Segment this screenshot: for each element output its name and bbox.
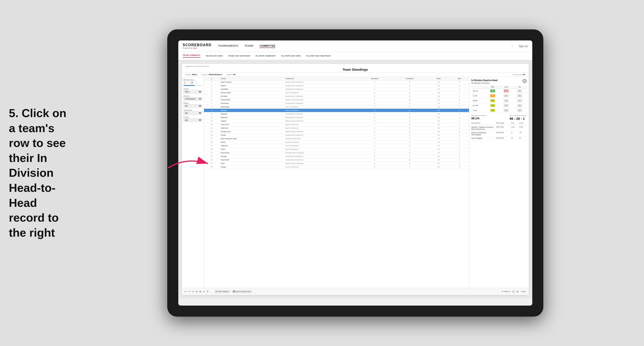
close-button[interactable]: ✕: [522, 79, 526, 83]
tournament-row: Cabo Collegiate Stroke Play 11 17: [472, 137, 526, 140]
table-row[interactable]: 21 New Mexico Mountain West Conference 1…: [204, 151, 469, 155]
h2h-wlt: W-L-T record in-division: 86 - 26 - 1: [510, 115, 526, 120]
sub-nav-player-summary[interactable]: PLAYER SUMMARY: [256, 55, 276, 57]
sidebar-min-rounds: Minimum Rou...: [184, 79, 202, 86]
h2h-header: In Division Head-to-Head University of A…: [472, 79, 526, 84]
sidebar-school-select[interactable]: (All): [184, 118, 202, 122]
h2h-row: 26-50 25 2 1: [472, 98, 526, 103]
table-row[interactable]: 7 Tennessee Southeastern Conference 4 6 …: [204, 102, 469, 105]
top-nav-links: TOURNAMENTS TEAMS COMMITTEE: [218, 44, 505, 48]
col-reg-rank: Reg Rank: [358, 77, 392, 80]
toolbar-redo[interactable]: ↪: [192, 290, 194, 293]
table-row[interactable]: 4 Arizona State Pac-12 Conference 4 6 26…: [204, 91, 469, 95]
toolbar-save-custom-view[interactable]: 💾 Save Custom View: [232, 290, 252, 293]
toolbar-grid[interactable]: ⊞: [516, 290, 518, 293]
table-row[interactable]: 12 Virginia Atlantic Coast Conference 3 …: [204, 119, 469, 123]
table-row[interactable]: 24 Duke Atlantic Coast Conference 5 9 27…: [204, 162, 469, 165]
table-row[interactable]: 2 Auburn Southeastern Conference 1 9 27 …: [204, 84, 469, 87]
sub-nav-player-h2h[interactable]: PLAYER H2H GRID: [281, 55, 301, 57]
table-row[interactable]: 1 North Carolina Atlantic Coast Conferen…: [204, 80, 469, 84]
h2h-panel: In Division Head-to-Head University of A…: [469, 77, 529, 288]
panel-title: Team Standings: [186, 68, 525, 71]
sidebar-gender-label: Gender: [184, 88, 202, 90]
toolbar-reset[interactable]: ⊟: [196, 290, 198, 293]
table-row[interactable]: 20 Texas Big 12 Conference 3 7 20 2: [204, 148, 469, 151]
table-row[interactable]: 9 Arizona Pac-12 Conference 5 8 23 3: [204, 109, 469, 112]
sidebar-gender: Gender Men's: [184, 88, 202, 93]
sub-nav-player-heatmap[interactable]: PLAYER H2H HEATMAP: [306, 55, 331, 57]
nav-teams[interactable]: TEAMS: [244, 44, 254, 48]
col-win: Win: [450, 77, 469, 80]
table-row[interactable]: 5 Ole Miss Southeastern Conference 3 6 1…: [204, 95, 469, 98]
h2h-opponents: Opponents in division: 99.1%: [472, 115, 487, 120]
opponents-pct: 99.1%: [472, 117, 487, 120]
sidebar-division: Division NCAA Division I: [184, 95, 202, 101]
sidebar-division-select[interactable]: NCAA Division I: [184, 97, 202, 101]
sub-nav-h2h-grid[interactable]: TEAM H2H GRID: [206, 55, 223, 57]
nav-committee[interactable]: COMMITTEE: [260, 44, 276, 48]
h2h-row: 51-100 20 3 0: [472, 103, 526, 108]
sub-nav-team-summary[interactable]: TEAM SUMMARY: [183, 54, 200, 58]
sub-nav: TEAM SUMMARY TEAM H2H GRID TEAM H2H HEAT…: [178, 52, 532, 60]
table-row[interactable]: 18 Illinois Big Ten Conference 1 9 23 3: [204, 141, 469, 144]
sidebar-conference-select[interactable]: (All): [184, 111, 202, 115]
standings-table: # School Conference Reg Rank Conf Rank R…: [204, 77, 469, 169]
filter-conference: Conference: All: [512, 74, 525, 76]
toolbar-share[interactable]: ‹ Share: [520, 291, 526, 293]
h2h-row: 11-25 11 8 0: [472, 93, 526, 98]
filter-division: Division: NCAA Division I: [202, 74, 222, 76]
min-rounds-min-input[interactable]: [184, 81, 190, 84]
table-row[interactable]: 3 Vanderbilt Southeastern Conference 2 8…: [204, 87, 469, 91]
sub-nav-heatmap[interactable]: TEAM H2H HEATMAP: [228, 55, 250, 57]
logo-sub: Powered by clippd: [183, 47, 212, 49]
sidebar-min-rounds-label: Minimum Rou...: [184, 79, 202, 81]
table-row[interactable]: 15 Georgia Tech Atlantic Coast Conferenc…: [204, 130, 469, 134]
tablet-screen: SCOREBOARD Powered by clippd TOURNAMENTS…: [178, 40, 532, 306]
table-row[interactable]: 14 Oklahoma Big 12 Conference 2 9 24 2: [204, 126, 469, 130]
table-row[interactable]: 22 Georgia Southeastern Conference 8 7 2…: [204, 155, 469, 158]
tournament-row: Jackson T. Stephens Cup Men's Match Play…: [472, 126, 526, 131]
sidebar-region-label: Region: [184, 102, 202, 104]
toolbar-star[interactable]: ✦: [203, 290, 205, 293]
table-row[interactable]: 11 Arkansas Southeastern Conference 6 8 …: [204, 116, 469, 119]
col-conference: Conference: [284, 77, 358, 80]
main-area: Update time: 27/03/2024 16:56:26 Team St…: [178, 60, 532, 299]
table-row[interactable]: 16 Florida Southeastern Conference 7 9 2…: [204, 134, 469, 137]
h2h-col-range: [472, 86, 486, 89]
sidebar-conference: Conference (All): [184, 109, 202, 115]
table-row[interactable]: 8 Washington Pac-12 Conference 2 8 23 1: [204, 105, 469, 109]
table-row[interactable]: 10 Alabama Southeastern Conference 5 8 2…: [204, 112, 469, 116]
panel-body: Minimum Rou... Gender: [182, 77, 529, 288]
sidebar: Minimum Rou... Gender: [182, 77, 204, 288]
table-row[interactable]: 19 California Pac-12 Conference 4 8 24 2: [204, 144, 469, 148]
table-row[interactable]: 17 East Tennessee State Southern Confere…: [204, 137, 469, 141]
top-nav: SCOREBOARD Powered by clippd TOURNAMENTS…: [178, 40, 532, 52]
instruction-text-block: 5. Click on a team's row to see their In…: [0, 97, 84, 249]
toolbar-redo-left[interactable]: ↩: [188, 290, 190, 293]
toolbar-clipboard[interactable]: 📋: [512, 290, 515, 293]
toolbar-undo[interactable]: ↩: [184, 290, 186, 293]
sidebar-division-label: Division: [184, 95, 202, 97]
table-row[interactable]: 6 Florida State Atlantic Coast Conferenc…: [204, 98, 469, 102]
nav-tournaments[interactable]: TOURNAMENTS: [218, 44, 238, 48]
table-row[interactable]: 23 Texas A&M Southeastern Conference 9 1…: [204, 158, 469, 162]
sidebar-region: Region N/A: [184, 102, 202, 108]
tournament-header-row: Tournament Event Type Pos Score: [472, 122, 526, 125]
sidebar-region-select[interactable]: N/A: [184, 104, 202, 108]
app-panel: Update time: 27/03/2024 16:56:26 Team St…: [182, 64, 529, 295]
logo-area: SCOREBOARD Powered by clippd: [183, 43, 212, 49]
min-rounds-max-input[interactable]: [191, 81, 197, 84]
toolbar-watch[interactable]: 👁 Watch ▾: [502, 291, 510, 293]
table-row[interactable]: 13 Texas Tech Big 12 Conference 1 9 27 2: [204, 123, 469, 126]
toolbar-view-original[interactable]: 👁 View: Original: [214, 290, 230, 293]
table-container: # School Conference Reg Rank Conf Rank R…: [204, 77, 469, 288]
toolbar-add[interactable]: ⊞: [199, 290, 201, 293]
bottom-toolbar: ↩ ↩ ↪ ⊟ ⊞ ✦ ⏱ 👁 View: Original 💾 Save Cu…: [182, 288, 529, 295]
sidebar-gender-select[interactable]: Men's: [184, 90, 202, 93]
table-row[interactable]: 25 Oregon Pac-12 Conference 5 7 21 0: [204, 165, 469, 169]
sidebar-conference-label: Conference: [184, 109, 202, 111]
col-rnds: Rnds: [428, 77, 450, 80]
toolbar-clock[interactable]: ⏱: [206, 290, 208, 293]
col-school: School: [220, 77, 284, 80]
sign-out-link[interactable]: Sign out: [519, 45, 528, 47]
